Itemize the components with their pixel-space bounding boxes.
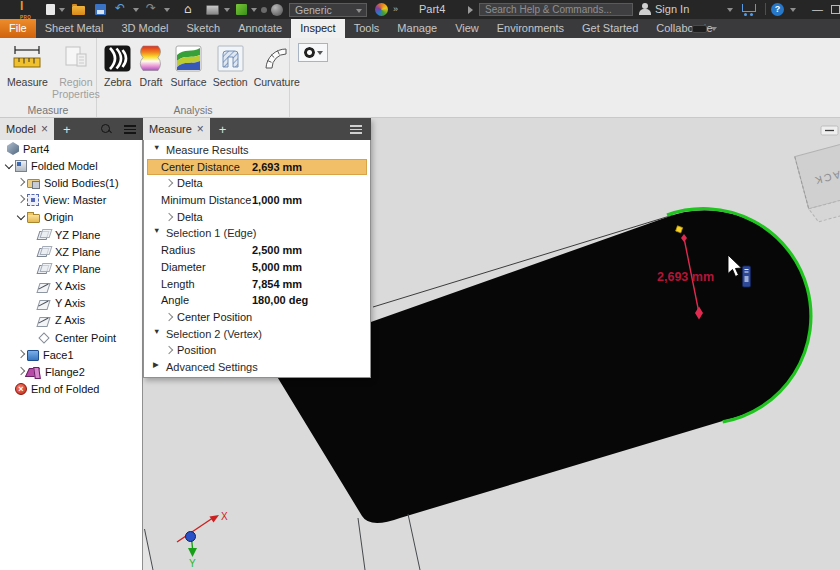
new-document-icon[interactable] [46, 4, 55, 15]
tree-item[interactable]: Origin [0, 209, 142, 226]
measure-row[interactable]: Diameter 5,000 mm [147, 259, 367, 276]
inventor-logo-icon[interactable]: IPRO [20, 1, 31, 23]
ribbon-tab[interactable]: Environments [488, 19, 573, 38]
ribbon-tab[interactable]: Tools [345, 19, 389, 38]
maximize-button[interactable] [831, 5, 840, 14]
row-expander-icon[interactable] [153, 327, 160, 336]
measure-row[interactable]: Length 7,854 mm [147, 276, 367, 293]
expander-icon[interactable] [15, 194, 27, 206]
minimize-button[interactable]: — [812, 3, 823, 15]
tree-item[interactable]: Folded Model [0, 157, 142, 174]
group-label[interactable]: Analysis [97, 103, 289, 117]
add-tab-button[interactable]: + [219, 122, 227, 137]
menu-icon[interactable] [124, 125, 136, 134]
tree-item[interactable]: Center Point [0, 329, 142, 346]
ribbon-tab[interactable]: Sheet Metal [36, 19, 113, 38]
expand-arrow-icon[interactable] [468, 6, 473, 14]
tree-item[interactable]: View: Master [0, 192, 142, 209]
tree-item[interactable]: XY Plane [0, 260, 142, 277]
measure-row[interactable]: Selection 1 (Edge) [147, 225, 367, 242]
chevron-down-icon[interactable] [251, 8, 257, 12]
expander-icon[interactable] [15, 211, 27, 223]
tree-item[interactable]: Flange2 [0, 363, 142, 380]
measure-row[interactable]: Advanced Settings [147, 359, 367, 376]
overflow-chevron-icon[interactable]: » [393, 4, 397, 14]
expander-icon[interactable] [15, 349, 27, 361]
measure-row[interactable]: Minimum Distance 1,000 mm [147, 192, 367, 209]
tab-measure[interactable]: Measure× [143, 118, 210, 140]
draft-button[interactable]: Draft [134, 43, 167, 88]
ribbon-tab[interactable]: 3D Model [112, 19, 177, 38]
tree-item[interactable]: Face1 [0, 346, 142, 363]
appearance-dropdown[interactable]: Generic [289, 3, 367, 17]
tree-item[interactable]: Part4 [0, 140, 142, 157]
measure-row[interactable]: Center Position [147, 309, 367, 326]
ribbon-tab[interactable]: View [446, 19, 488, 38]
measure-row[interactable]: Delta [147, 175, 367, 192]
row-expander-icon[interactable] [165, 213, 174, 222]
tree-item[interactable]: XZ Plane [0, 243, 142, 260]
group-label[interactable]: Measure [0, 103, 96, 117]
ribbon-tab[interactable]: Sketch [178, 19, 230, 38]
doc-minimize-button[interactable] [821, 126, 838, 135]
tab-model[interactable]: Model× [0, 118, 54, 140]
measure-row[interactable]: Measure Results [147, 142, 367, 159]
measure-button[interactable]: Measure [4, 43, 51, 88]
tree-item[interactable]: Y Axis [0, 295, 142, 312]
zebra-button[interactable]: Zebra [101, 43, 134, 88]
help-icon[interactable]: ? [771, 3, 784, 16]
chevron-down-icon[interactable] [59, 8, 65, 12]
measure-row[interactable]: Angle 180,00 deg [147, 292, 367, 309]
row-expander-icon[interactable] [165, 313, 174, 322]
expander-icon[interactable] [3, 160, 15, 172]
tree-item[interactable]: Solid Bodies(1) [0, 174, 142, 191]
chevron-down-icon[interactable] [164, 8, 170, 12]
home-view-icon[interactable]: ⌂ [184, 2, 192, 16]
measure-row[interactable]: Delta [147, 209, 367, 226]
row-expander-icon[interactable] [153, 360, 159, 369]
expander-icon[interactable] [15, 177, 27, 189]
search-input[interactable]: Search Help & Commands... [479, 3, 633, 16]
tree-item[interactable]: YZ Plane [0, 226, 142, 243]
undo-icon[interactable]: ↶ [115, 1, 125, 15]
chevron-down-icon[interactable] [133, 8, 139, 12]
measure-row[interactable]: Position [147, 342, 367, 359]
search-icon[interactable] [100, 123, 112, 135]
row-expander-icon[interactable] [165, 179, 174, 188]
render-icon[interactable] [206, 5, 219, 15]
tree-item[interactable]: X Axis [0, 278, 142, 295]
measure-row[interactable]: Center Distance 2,693 mm [147, 159, 367, 176]
ribbon-tab[interactable]: Annotate [229, 19, 291, 38]
add-tab-button[interactable]: + [63, 122, 71, 137]
measure-row[interactable]: Selection 2 (Vertex) [147, 326, 367, 343]
row-expander-icon[interactable] [153, 143, 160, 152]
curvature-button[interactable]: Curvature [251, 43, 303, 88]
ribbon-tab[interactable]: Inspect [291, 19, 344, 38]
close-icon[interactable]: × [41, 122, 48, 136]
region-properties-button[interactable]: Region Properties [51, 43, 101, 100]
close-icon[interactable]: × [197, 122, 204, 136]
parameter-icon[interactable] [261, 7, 267, 13]
ribbon-tab[interactable]: Manage [388, 19, 446, 38]
color-wheel-icon[interactable] [375, 3, 388, 16]
appearance-sphere-icon[interactable] [271, 4, 283, 16]
measure-row[interactable]: Radius 2,500 mm [147, 242, 367, 259]
chevron-down-icon[interactable] [224, 8, 230, 12]
save-icon[interactable] [95, 4, 106, 15]
chevron-down-icon[interactable] [727, 8, 733, 12]
chevron-down-icon[interactable] [790, 8, 796, 12]
surface-button[interactable]: Surface [167, 43, 209, 88]
sign-in-button[interactable]: Sign In [655, 3, 689, 15]
screencast-menu[interactable] [692, 19, 717, 38]
redo-icon[interactable]: ↷ [146, 1, 156, 15]
row-expander-icon[interactable] [153, 226, 160, 235]
material-icon[interactable] [236, 4, 247, 15]
ribbon-tab[interactable]: Get Started [573, 19, 647, 38]
row-expander-icon[interactable] [165, 346, 174, 355]
tree-item[interactable]: End of Folded [0, 381, 142, 398]
cart-icon[interactable] [742, 4, 756, 14]
menu-icon[interactable] [350, 125, 362, 134]
tree-item[interactable]: Z Axis [0, 312, 142, 329]
section-button[interactable]: Section [210, 43, 251, 88]
open-icon[interactable] [72, 6, 85, 15]
